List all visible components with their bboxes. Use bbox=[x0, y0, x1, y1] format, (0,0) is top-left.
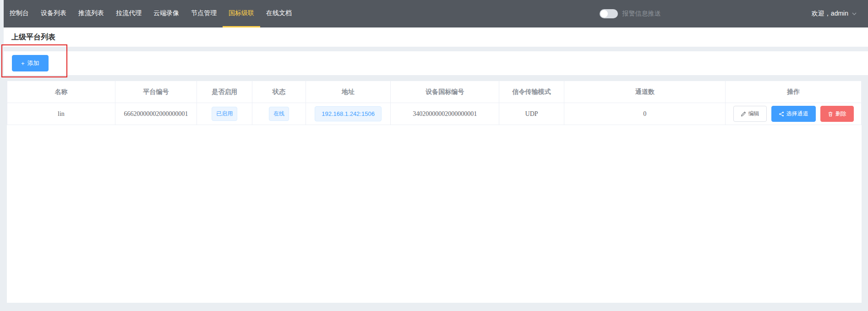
nav-item-online-docs[interactable]: 在线文档 bbox=[260, 0, 298, 27]
chevron-down-icon bbox=[852, 11, 857, 16]
user-menu[interactable]: 欢迎，admin bbox=[812, 0, 857, 27]
edit-icon bbox=[741, 111, 746, 117]
add-button-label: 添加 bbox=[27, 59, 39, 67]
select-channel-button-label: 选择通道 bbox=[786, 110, 808, 118]
alarm-push-label: 报警信息推送 bbox=[622, 10, 661, 18]
table-row: lin 66620000002000000001 已启用 在线 192.168.… bbox=[7, 103, 862, 125]
nav-item-console[interactable]: 控制台 bbox=[4, 0, 35, 27]
col-header-transport-mode: 信令传输模式 bbox=[499, 81, 564, 103]
col-header-platform-id: 平台编号 bbox=[115, 81, 197, 103]
edit-button[interactable]: 编辑 bbox=[733, 106, 767, 122]
cell-transport-mode: UDP bbox=[499, 103, 564, 125]
cell-status: 在线 bbox=[252, 103, 306, 125]
cell-name: lin bbox=[7, 103, 115, 125]
col-header-channel-count: 通道数 bbox=[564, 81, 725, 103]
col-header-device-gb-id: 设备国标编号 bbox=[391, 81, 499, 103]
nav-item-push-stream-list[interactable]: 推流列表 bbox=[72, 0, 110, 27]
col-header-actions: 操作 bbox=[726, 81, 862, 103]
page-title: 上级平台列表 bbox=[11, 33, 55, 42]
cell-channel-count: 0 bbox=[564, 103, 725, 125]
nav-spacer bbox=[298, 0, 600, 27]
top-navbar: 控制台 设备列表 推流列表 拉流代理 云端录像 节点管理 国标级联 在线文档 报… bbox=[4, 0, 868, 27]
col-header-address: 地址 bbox=[306, 81, 391, 103]
delete-button[interactable]: 删除 bbox=[820, 106, 854, 122]
edit-button-label: 编辑 bbox=[748, 110, 759, 118]
add-button[interactable]: + 添加 bbox=[12, 55, 49, 71]
section-gap bbox=[4, 75, 868, 81]
nav-spacer bbox=[661, 0, 812, 27]
toggle-knob bbox=[601, 10, 608, 17]
welcome-text: 欢迎，admin bbox=[812, 10, 848, 18]
nav-item-node-management[interactable]: 节点管理 bbox=[185, 0, 223, 27]
cell-actions: 编辑 选择通道 删除 bbox=[726, 103, 862, 125]
nav-item-gb-cascade[interactable]: 国标级联 bbox=[223, 0, 260, 27]
col-header-name: 名称 bbox=[7, 81, 115, 103]
share-icon bbox=[779, 111, 784, 117]
select-channel-button[interactable]: 选择通道 bbox=[771, 106, 816, 122]
trash-icon bbox=[828, 111, 833, 117]
plus-icon: + bbox=[21, 60, 25, 67]
col-header-status: 状态 bbox=[252, 81, 306, 103]
cell-address: 192.168.1.242:1506 bbox=[306, 103, 391, 125]
cell-enabled: 已启用 bbox=[197, 103, 252, 125]
upper-platform-table: 名称 平台编号 是否启用 状态 地址 设备国标编号 信令传输模式 通道数 操作 … bbox=[7, 81, 862, 125]
table-header-row: 名称 平台编号 是否启用 状态 地址 设备国标编号 信令传输模式 通道数 操作 bbox=[7, 81, 862, 103]
section-gap bbox=[4, 47, 868, 51]
page-title-bar: 上级平台列表 bbox=[4, 27, 868, 47]
col-header-enabled: 是否启用 bbox=[197, 81, 252, 103]
nav-item-cloud-recording[interactable]: 云端录像 bbox=[147, 0, 185, 27]
platform-table-card: 名称 平台编号 是否启用 状态 地址 设备国标编号 信令传输模式 通道数 操作 … bbox=[7, 81, 862, 303]
delete-button-label: 删除 bbox=[835, 110, 846, 118]
enabled-badge: 已启用 bbox=[212, 107, 237, 121]
nav-item-device-list[interactable]: 设备列表 bbox=[35, 0, 72, 27]
status-badge: 在线 bbox=[269, 107, 289, 121]
toolbar: + 添加 bbox=[4, 51, 868, 75]
cell-device-gb-id: 34020000002000000001 bbox=[391, 103, 499, 125]
cell-platform-id: 66620000002000000001 bbox=[115, 103, 197, 125]
alarm-push-toggle[interactable] bbox=[600, 9, 618, 18]
address-badge[interactable]: 192.168.1.242:1506 bbox=[315, 106, 382, 121]
nav-item-pull-stream-proxy[interactable]: 拉流代理 bbox=[110, 0, 147, 27]
alarm-push-group: 报警信息推送 bbox=[600, 0, 661, 27]
